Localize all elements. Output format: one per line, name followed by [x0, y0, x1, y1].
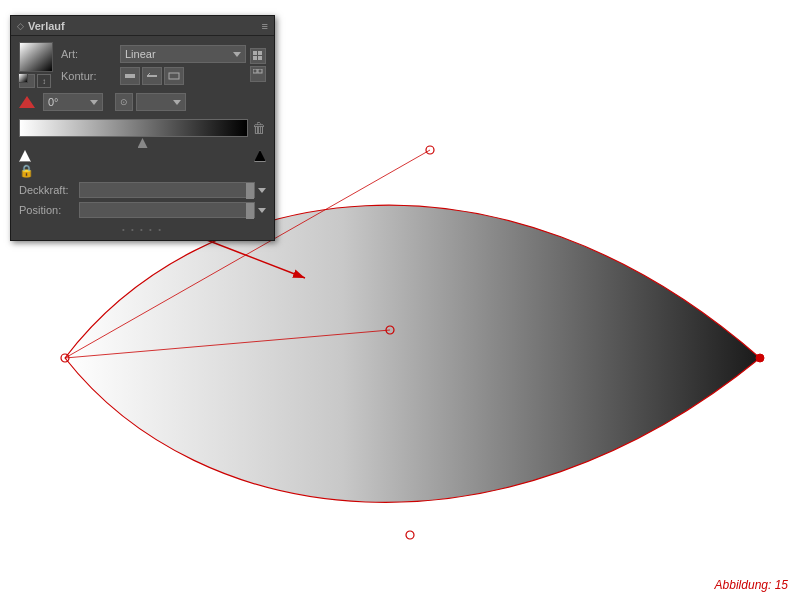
grid-svg-1	[253, 51, 263, 61]
aspect-dropdown[interactable]	[136, 93, 186, 111]
kontur-icon-3[interactable]	[164, 67, 184, 85]
position-row: Position:	[19, 202, 266, 218]
svg-rect-5	[253, 51, 257, 55]
opacity-thumb[interactable]	[246, 183, 254, 199]
svg-rect-10	[258, 69, 262, 73]
panel-menu-icon[interactable]: ≡	[262, 20, 268, 32]
kontur-svg-3	[168, 70, 180, 82]
svg-rect-6	[258, 51, 262, 55]
kontur-icons	[120, 67, 184, 85]
status-text: Abbildung: 15	[715, 578, 788, 592]
panel-resize-handle[interactable]: • • • • •	[19, 222, 266, 234]
position-slider[interactable]	[79, 202, 255, 218]
angle-value: 0°	[48, 96, 59, 108]
art-row: ↕ Art: Linear Kontur:	[19, 42, 266, 88]
kontur-icon-2[interactable]	[142, 67, 162, 85]
gradient-bar-container: 🗑 🔒	[19, 117, 266, 178]
panel-title: Verlauf	[28, 20, 65, 32]
position-arrow	[258, 208, 266, 213]
art-dropdown[interactable]: Linear	[120, 45, 246, 63]
grid-svg-2	[253, 69, 263, 79]
gradient-bar[interactable]	[19, 119, 248, 137]
kontur-svg-2	[146, 70, 158, 82]
panel-titlebar: ◇ Verlauf ≡	[11, 16, 274, 36]
opacity-row: Deckkraft:	[19, 182, 266, 198]
svg-rect-9	[253, 69, 257, 73]
art-label: Art:	[61, 48, 116, 60]
grid-icon-2[interactable]	[250, 66, 266, 82]
cp-bottom	[406, 531, 414, 539]
angle-dropdown-arrow	[90, 100, 98, 105]
midpoint-marker	[138, 138, 148, 148]
svg-rect-7	[253, 56, 257, 60]
lock-icon[interactable]: 🔒	[19, 164, 34, 178]
angle-triangle	[19, 96, 35, 108]
angle-dropdown[interactable]: 0°	[43, 93, 103, 111]
angle-container: 0°	[43, 93, 103, 111]
panel-collapse-icon[interactable]: ◇	[17, 21, 24, 31]
trash-icon[interactable]: 🗑	[252, 120, 266, 136]
opacity-slider[interactable]	[79, 182, 255, 198]
lock-row: 🔒	[19, 164, 266, 178]
opacity-arrow	[258, 188, 266, 193]
gradient-panel: ◇ Verlauf ≡ ↕	[10, 15, 275, 241]
cp-right	[756, 354, 764, 362]
reverse-icon: ⊙	[120, 97, 128, 107]
svg-rect-4	[169, 73, 179, 79]
leaf-shape	[65, 205, 760, 502]
midpoint-row	[19, 138, 266, 150]
position-label: Position:	[19, 204, 79, 216]
svg-rect-8	[258, 56, 262, 60]
swap-btn[interactable]: ↕	[37, 74, 51, 88]
gradient-swatch[interactable]	[19, 42, 53, 72]
art-value: Linear	[125, 48, 156, 60]
panel-body: ↕ Art: Linear Kontur:	[11, 36, 274, 240]
angle-triangle-icon	[19, 95, 35, 109]
opacity-label: Deckkraft:	[19, 184, 79, 196]
stroke-swatch[interactable]	[19, 74, 35, 88]
kontur-svg-1	[124, 70, 136, 82]
stop-black[interactable]	[254, 150, 266, 162]
resize-dots: • • • • •	[122, 225, 163, 234]
art-dropdown-arrow	[233, 52, 241, 57]
stop-white[interactable]	[19, 150, 31, 162]
status-caption: Abbildung: 15	[715, 578, 788, 592]
reverse-btn[interactable]: ⊙	[115, 93, 133, 111]
reverse-container: ⊙	[115, 93, 186, 111]
svg-rect-1	[125, 74, 135, 78]
stop-markers	[19, 150, 266, 162]
kontur-icon-1[interactable]	[120, 67, 140, 85]
aspect-arrow	[173, 100, 181, 105]
angle-row: 0° ⊙	[19, 93, 266, 111]
position-thumb[interactable]	[246, 203, 254, 219]
bar-row: 🗑	[19, 119, 266, 137]
kontur-label: Kontur:	[61, 70, 116, 82]
grid-icon-1[interactable]	[250, 48, 266, 64]
